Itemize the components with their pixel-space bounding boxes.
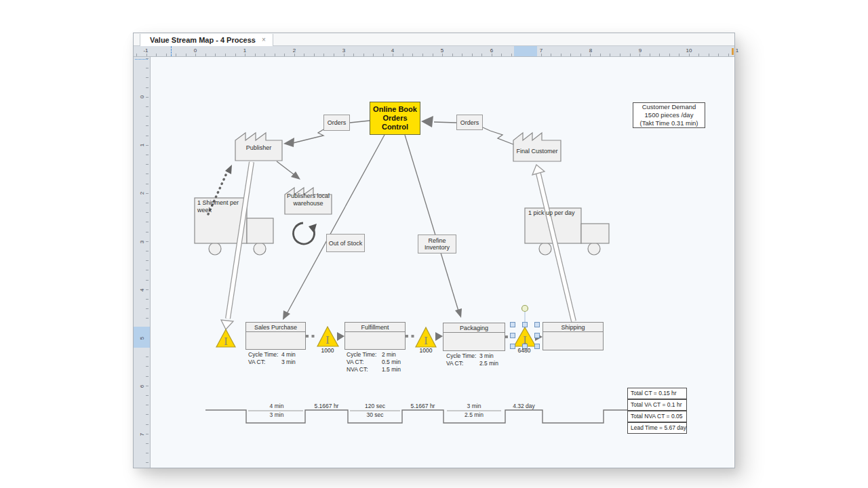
timeline-wait-2: 5.1667 hr xyxy=(402,403,443,410)
vruler-num: 5 xyxy=(136,330,147,346)
ruler-marker-tick xyxy=(732,48,734,55)
hruler-num: -1 xyxy=(143,47,148,54)
hruler-num: 3 xyxy=(342,47,345,54)
vruler-num: 6 xyxy=(136,378,147,394)
hruler-num: 6 xyxy=(490,47,493,54)
ruler-selection-highlight-h xyxy=(514,46,537,56)
refine-inventory-box[interactable]: Refine Inventory xyxy=(418,235,456,253)
tab-bar: Value Stream Map - 4 Process × xyxy=(134,33,734,46)
metrics-packaging: Cycle Time:3 min VA CT:2.5 min xyxy=(446,352,498,367)
control-box[interactable]: Online Book Orders Control xyxy=(370,102,420,135)
metric-value: 3 min xyxy=(281,359,296,366)
process-sales-purchase[interactable]: Sales Purchase xyxy=(245,322,306,350)
process-title: Shipping xyxy=(543,323,603,332)
metric-value: 1.5 min xyxy=(382,366,401,373)
hruler-num: 8 xyxy=(589,47,592,54)
tab-title: Value Stream Map - 4 Process xyxy=(150,36,256,44)
timeline-p2-ct: 120 sec xyxy=(348,403,402,410)
horizontal-ruler: -1 0 1 2 3 4 5 6 7 8 9 10 1 xyxy=(134,46,734,57)
metric-value: 3 min xyxy=(479,352,494,360)
vruler-num: 4 xyxy=(136,282,147,298)
metric-value: 2.5 min xyxy=(479,360,498,367)
timeline-wait-3: 4.32 day xyxy=(505,403,542,410)
hruler-num: 9 xyxy=(639,47,642,54)
process-title: Sales Purchase xyxy=(246,323,305,332)
metrics-fulfillment: Cycle Time:2 min VA CT:0.5 min NVA CT:1.… xyxy=(347,351,401,373)
ruler-guide-dots xyxy=(135,59,148,60)
timeline-p1-va: 3 min xyxy=(248,411,305,419)
metric-value: 0.5 min xyxy=(382,359,401,366)
vruler-num: 0 xyxy=(136,89,147,105)
truck-right-label: 1 pick up per day xyxy=(528,209,583,217)
vertical-ruler: 0 1 2 3 4 5 6 7 xyxy=(134,57,151,468)
metric-label: NVA CT: xyxy=(347,366,382,373)
metric-value: 4 min xyxy=(281,351,296,359)
hruler-num: 5 xyxy=(441,47,443,54)
stat-total-ct[interactable]: Total CT = 0.15 hr xyxy=(627,388,687,399)
metric-label: Cycle Time: xyxy=(248,351,281,359)
customer-demand-box[interactable]: Customer Demand 1500 pieces /day (Takt T… xyxy=(633,102,705,128)
metric-label: VA CT: xyxy=(347,359,382,366)
stat-lead-time[interactable]: Lead Time = 5.67 day xyxy=(627,422,687,434)
vruler-num: 7 xyxy=(136,426,147,443)
hruler-num: 7 xyxy=(540,47,542,54)
orders-right-box[interactable]: Orders xyxy=(456,115,483,130)
orders-left-box[interactable]: Orders xyxy=(323,115,350,131)
ruler-guide-line xyxy=(171,46,172,56)
stat-total-va-ct[interactable]: Total VA CT = 0.1 hr xyxy=(627,399,687,411)
hruler-num: 2 xyxy=(293,47,296,54)
process-packaging[interactable]: Packaging xyxy=(443,323,505,351)
process-title: Packaging xyxy=(443,323,505,333)
truck-left-label: 1 Shipment per week xyxy=(197,199,250,214)
publisher-label: Publisher xyxy=(235,144,282,152)
timeline-p3-ct: 3 min xyxy=(447,403,501,410)
out-of-stock-box[interactable]: Out of Stock xyxy=(326,234,365,252)
process-fulfillment[interactable]: Fulfillment xyxy=(344,322,406,350)
hruler-num: 1 xyxy=(736,47,738,54)
hruler-num: 0 xyxy=(194,47,197,54)
process-title: Fulfillment xyxy=(345,323,405,332)
hruler-num: 10 xyxy=(686,47,692,54)
timeline-p3-va: 2.5 min xyxy=(447,411,501,419)
stat-total-nva-ct[interactable]: Total NVA CT = 0.05 hr xyxy=(627,411,687,422)
vruler-num: 2 xyxy=(136,185,147,201)
tab-close-icon[interactable]: × xyxy=(262,37,266,43)
timeline-p2-va: 30 sec xyxy=(348,411,402,419)
vruler-num: 3 xyxy=(136,234,147,250)
final-customer-label: Final Customer xyxy=(513,148,561,155)
tab-value-stream-map[interactable]: Value Stream Map - 4 Process × xyxy=(140,34,273,46)
warehouse-label: Publishers local warehouse xyxy=(283,192,333,207)
hruler-num: 4 xyxy=(391,47,394,54)
vruler-num: 1 xyxy=(136,137,147,153)
metrics-sales-purchase: Cycle Time:4 min VA CT:3 min xyxy=(248,351,296,366)
inventory-count-3: 1000 xyxy=(415,347,437,354)
metric-label: VA CT: xyxy=(446,360,479,367)
metric-label: Cycle Time: xyxy=(446,352,479,360)
process-shipping[interactable]: Shipping xyxy=(542,322,604,350)
inventory-count-2: 1000 xyxy=(317,347,338,354)
metric-label: Cycle Time: xyxy=(347,351,382,359)
timeline-p1-ct: 4 min xyxy=(248,403,305,410)
timeline-wait-1: 5.1667 hr xyxy=(305,403,348,410)
metric-value: 2 min xyxy=(382,351,396,359)
inventory-count-4: 6480 xyxy=(513,347,535,354)
metric-label: VA CT: xyxy=(248,359,281,366)
hruler-num: 1 xyxy=(243,47,246,54)
